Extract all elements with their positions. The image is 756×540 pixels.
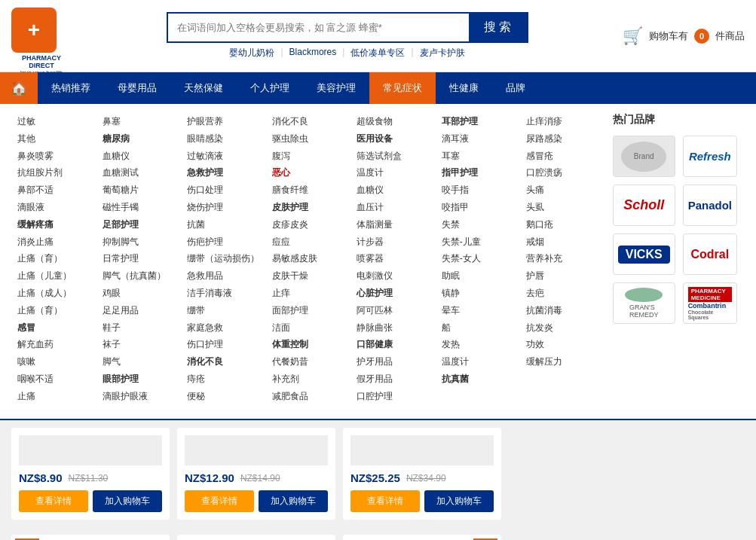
menu-item[interactable]: 烧伤护理: [187, 199, 260, 216]
menu-item[interactable]: 头虱: [526, 199, 599, 216]
quick-link-1[interactable]: 婴幼儿奶粉: [229, 47, 274, 59]
menu-item[interactable]: 抗发炎: [526, 319, 599, 337]
detail-button-2[interactable]: 查看详情: [185, 490, 254, 512]
nav-item-beauty[interactable]: 美容护理: [303, 72, 369, 104]
menu-item[interactable]: 驱虫除虫: [272, 130, 345, 148]
menu-item[interactable]: 心脏护理: [357, 285, 430, 302]
menu-item[interactable]: 磁性手镯: [103, 199, 176, 216]
menu-item[interactable]: 足足用品: [103, 302, 176, 319]
menu-item[interactable]: 喷雾器: [357, 250, 430, 267]
menu-item[interactable]: 假牙用品: [357, 371, 430, 388]
bottom-card-1[interactable]: 34% OFF: [11, 535, 170, 540]
menu-item[interactable]: 止痒消疹: [526, 113, 599, 130]
menu-item[interactable]: 袜子: [103, 336, 176, 353]
menu-item[interactable]: 镇静: [442, 285, 515, 302]
menu-item[interactable]: 晕车: [442, 302, 515, 319]
menu-item[interactable]: 急救用品: [187, 267, 260, 285]
nav-item-brands[interactable]: 品牌: [492, 72, 539, 104]
menu-item[interactable]: 阿可匹林: [357, 302, 430, 319]
menu-item[interactable]: 皮肤干燥: [272, 267, 345, 285]
cart-button-2[interactable]: 加入购物车: [259, 490, 328, 512]
menu-item[interactable]: 绷带（运动损伤）: [187, 250, 260, 267]
menu-item[interactable]: 护眼营养: [187, 113, 260, 130]
nav-item-personal[interactable]: 个人护理: [237, 72, 303, 104]
menu-item[interactable]: 滴眼护眼液: [103, 388, 176, 405]
menu-item[interactable]: 伤口处理: [187, 182, 260, 199]
menu-item[interactable]: 伤口护理: [187, 336, 260, 353]
menu-item[interactable]: 体重控制: [272, 336, 345, 353]
menu-item[interactable]: 耳部护理: [442, 113, 515, 130]
menu-item[interactable]: 伤疤护理: [187, 233, 260, 251]
nav-home[interactable]: 🏠: [0, 72, 38, 104]
menu-item[interactable]: 静脉曲张: [357, 319, 430, 337]
menu-item[interactable]: 止痛（儿童）: [17, 267, 90, 285]
menu-item[interactable]: 抗组胺片剂: [17, 164, 90, 182]
brand-vicks[interactable]: VICKS: [613, 233, 675, 275]
menu-item[interactable]: 抗菌: [187, 216, 260, 233]
search-input[interactable]: [168, 14, 470, 41]
nav-item-hot[interactable]: 热销推荐: [38, 72, 104, 104]
menu-item[interactable]: 止痒: [272, 285, 345, 302]
menu-item[interactable]: 恶心: [272, 164, 345, 182]
menu-item[interactable]: 咬指甲: [442, 199, 515, 216]
menu-item[interactable]: 抗真菌: [442, 371, 515, 388]
menu-item[interactable]: 口腔护理: [357, 388, 430, 405]
menu-item[interactable]: 咬手指: [442, 182, 515, 199]
menu-item[interactable]: 发热: [442, 336, 515, 353]
menu-item[interactable]: 日常护理: [103, 250, 176, 267]
nav-item-baby[interactable]: 母婴用品: [104, 72, 170, 104]
menu-item[interactable]: 过敏滴液: [187, 148, 260, 165]
menu-item[interactable]: 鞋子: [103, 319, 176, 337]
menu-item[interactable]: 止痛（育）: [17, 302, 90, 319]
menu-item[interactable]: 船: [442, 319, 515, 337]
menu-item[interactable]: 急救护理: [187, 164, 260, 182]
bottom-card-3[interactable]: 38% OFF 什么值得买: [343, 535, 501, 540]
brand-codral[interactable]: Codral: [683, 233, 737, 275]
menu-item[interactable]: 计步器: [357, 233, 430, 251]
menu-item[interactable]: 家庭急救: [187, 319, 260, 337]
menu-item[interactable]: 眼睛感染: [187, 130, 260, 148]
menu-item[interactable]: 止痛: [17, 388, 90, 405]
menu-item[interactable]: 止痛（成人）: [17, 285, 90, 302]
menu-item[interactable]: 口部健康: [357, 336, 430, 353]
menu-item[interactable]: 助眠: [442, 267, 515, 285]
menu-item[interactable]: 滴眼液: [17, 199, 90, 216]
menu-item[interactable]: 易敏感皮肤: [272, 250, 345, 267]
menu-item[interactable]: 功效: [526, 336, 599, 353]
menu-item[interactable]: 护唇: [526, 267, 599, 285]
menu-item[interactable]: 血糖仪: [103, 148, 176, 165]
menu-item[interactable]: 感冒疮: [526, 148, 599, 165]
menu-item[interactable]: 消炎止痛: [17, 233, 90, 251]
menu-item[interactable]: 减肥食品: [272, 388, 345, 405]
menu-item[interactable]: 筛选试剂盒: [357, 148, 430, 165]
menu-item[interactable]: 抗菌消毒: [526, 302, 599, 319]
menu-item[interactable]: 膳食纤维: [272, 182, 345, 199]
brand-grans[interactable]: GRAN'SREMEDY: [613, 282, 675, 324]
detail-button-1[interactable]: 查看详情: [19, 490, 88, 512]
menu-item[interactable]: 腹泻: [272, 148, 345, 165]
menu-item[interactable]: 咽喉不适: [17, 371, 90, 388]
menu-item[interactable]: 温度计: [442, 353, 515, 371]
menu-item[interactable]: 滴耳液: [442, 130, 515, 148]
menu-item[interactable]: 代餐奶昔: [272, 353, 345, 371]
menu-item[interactable]: 洁手消毒液: [187, 285, 260, 302]
logo[interactable]: + PHARMACY DIRECT love.your.health: [11, 8, 72, 64]
brand-refresh[interactable]: Refresh: [683, 136, 737, 177]
brand-combantrin[interactable]: PHARMACY MEDICINE Combantrin Chocolate S…: [683, 282, 737, 324]
menu-item[interactable]: 头痛: [526, 182, 599, 199]
menu-item[interactable]: 便秘: [187, 388, 260, 405]
menu-item[interactable]: 脚气: [103, 353, 176, 371]
menu-item[interactable]: 血糖测试: [103, 164, 176, 182]
menu-item[interactable]: 消化不良: [272, 113, 345, 130]
menu-item[interactable]: 过敏: [17, 113, 90, 130]
menu-item[interactable]: 血糖仪: [357, 182, 430, 199]
bottom-card-2[interactable]: [177, 535, 335, 540]
menu-item[interactable]: 鼻塞: [103, 113, 176, 130]
menu-item[interactable]: 超级食物: [357, 113, 430, 130]
menu-item[interactable]: 面部护理: [272, 302, 345, 319]
menu-item[interactable]: 解充血药: [17, 336, 90, 353]
menu-item[interactable]: 指甲护理: [442, 164, 515, 182]
quick-link-3[interactable]: 低价凑单专区: [350, 47, 405, 59]
menu-item[interactable]: 葡萄糖片: [103, 182, 176, 199]
menu-item[interactable]: 抑制脚气: [103, 233, 176, 251]
